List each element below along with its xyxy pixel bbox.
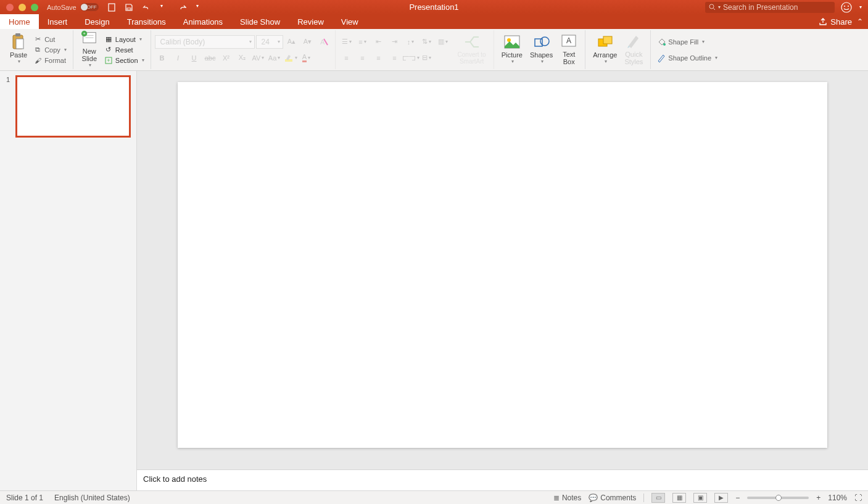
char-spacing-button[interactable]: AV▾ xyxy=(251,51,266,65)
quick-styles-button[interactable]: Quick Styles xyxy=(621,31,647,68)
zoom-out-button[interactable]: − xyxy=(735,494,740,502)
bullets-button[interactable]: ☰▾ xyxy=(339,35,354,49)
superscript-button[interactable]: X² xyxy=(219,51,234,65)
arrange-button[interactable]: Arrange▾ xyxy=(589,32,621,67)
increase-font-button[interactable]: A▴ xyxy=(284,35,299,49)
italic-button[interactable]: I xyxy=(171,51,186,65)
minimize-window-button[interactable] xyxy=(19,4,26,11)
tab-insert[interactable]: Insert xyxy=(39,14,76,29)
font-size-combo[interactable]: 24▾ xyxy=(256,35,283,49)
account-icon[interactable] xyxy=(841,2,852,13)
notes-icon: ≣ xyxy=(553,494,560,502)
align-text-button[interactable]: ⊟▾ xyxy=(420,51,434,65)
layout-button[interactable]: ▦Layout▾ xyxy=(102,35,147,44)
decrease-indent-button[interactable]: ⇤ xyxy=(371,35,386,49)
scissors-icon: ✂ xyxy=(33,35,42,44)
normal-view-button[interactable]: ▭ xyxy=(651,493,665,503)
toggle-switch[interactable]: OFF xyxy=(80,3,99,11)
decrease-font-button[interactable]: A▾ xyxy=(300,35,315,49)
align-left-button[interactable]: ≡ xyxy=(339,51,354,65)
group-clipboard: Paste ▾ ✂Cut ⧉Copy▾ 🖌Format xyxy=(2,30,73,69)
svg-point-5 xyxy=(844,6,845,7)
distribute-button[interactable]: ⫍⫎▾ xyxy=(403,51,418,65)
slides-thumbnail-pane[interactable]: 1 xyxy=(0,71,137,490)
close-window-button[interactable] xyxy=(6,4,14,11)
paste-button[interactable]: Paste ▾ xyxy=(6,32,31,67)
undo-dropdown[interactable]: ▾ xyxy=(160,3,169,12)
copy-button[interactable]: ⧉Copy▾ xyxy=(31,45,69,55)
notes-pane[interactable]: Click to add notes xyxy=(137,469,868,490)
zoom-slider[interactable] xyxy=(747,497,809,499)
clear-format-button[interactable]: A xyxy=(316,35,331,49)
language-indicator[interactable]: English (United States) xyxy=(54,494,130,502)
shape-fill-button[interactable]: Shape Fill▾ xyxy=(655,37,720,47)
tab-view[interactable]: View xyxy=(333,14,367,29)
tab-transitions[interactable]: Transitions xyxy=(118,14,175,29)
search-dropdown-caret[interactable]: ▾ xyxy=(718,4,721,10)
fullscreen-window-button[interactable] xyxy=(31,4,38,11)
thumbnail-item[interactable]: 1 xyxy=(6,76,130,137)
sorter-view-button[interactable]: ▦ xyxy=(672,493,686,503)
text-direction-button[interactable]: ⇅▾ xyxy=(420,35,434,49)
justify-button[interactable]: ≡ xyxy=(387,51,402,65)
align-right-button[interactable]: ≡ xyxy=(371,51,386,65)
tab-animations[interactable]: Animations xyxy=(175,14,231,29)
window-controls xyxy=(0,4,38,11)
change-case-button[interactable]: Aa▾ xyxy=(267,51,282,65)
tab-home[interactable]: Home xyxy=(0,14,39,29)
redo-icon[interactable] xyxy=(178,3,186,12)
slide-thumbnail[interactable] xyxy=(16,76,130,137)
align-center-button[interactable]: ≡ xyxy=(355,51,370,65)
notes-toggle[interactable]: ≣Notes xyxy=(553,494,581,502)
numbering-button[interactable]: ≡▾ xyxy=(355,35,370,49)
bold-button[interactable]: B xyxy=(155,51,170,65)
font-color-button[interactable]: A▾ xyxy=(299,51,314,65)
reset-button[interactable]: ↺Reset xyxy=(102,45,147,55)
columns-button[interactable]: ▥▾ xyxy=(436,35,450,49)
convert-smartart-button[interactable]: Convert to SmartArt xyxy=(454,32,490,67)
tab-slideshow[interactable]: Slide Show xyxy=(231,14,289,29)
zoom-level[interactable]: 110% xyxy=(828,494,847,502)
account-dropdown[interactable]: ▾ xyxy=(859,4,862,10)
font-name-combo[interactable]: Calibri (Body)▾ xyxy=(155,35,255,49)
group-paragraph: ☰▾ ≡▾ ⇤ ⇥ ↕▾ ⇅▾ ▥▾ ≡ ≡ ≡ ≡ ⫍⫎▾ ⊟▾ Conver… xyxy=(336,30,494,69)
zoom-slider-thumb[interactable] xyxy=(775,495,782,501)
search-input[interactable] xyxy=(723,3,831,12)
main-area: 1 Click to add notes xyxy=(0,71,868,490)
picture-button[interactable]: Picture▾ xyxy=(498,32,526,67)
tab-review[interactable]: Review xyxy=(289,14,333,29)
slide-canvas[interactable] xyxy=(178,82,827,448)
search-box[interactable]: ▾ xyxy=(705,2,835,13)
shape-outline-button[interactable]: Shape Outline▾ xyxy=(655,53,720,63)
reading-view-button[interactable]: ▣ xyxy=(693,493,707,503)
zoom-in-button[interactable]: + xyxy=(816,494,820,502)
shapes-button[interactable]: Shapes▾ xyxy=(526,32,556,67)
underline-button[interactable]: U xyxy=(187,51,202,65)
smartart-icon xyxy=(463,33,481,51)
textbox-button[interactable]: AText Box xyxy=(556,31,581,68)
cut-button[interactable]: ✂Cut xyxy=(31,35,69,44)
comments-toggle[interactable]: 💬Comments xyxy=(589,494,636,502)
subscript-button[interactable]: X₂ xyxy=(235,51,250,65)
share-button[interactable]: Share xyxy=(819,17,852,27)
share-icon xyxy=(819,17,827,26)
qat-customize-dropdown[interactable]: ▾ xyxy=(196,3,205,12)
autosave-toggle[interactable]: AutoSave OFF xyxy=(47,3,99,11)
format-painter-button[interactable]: 🖌Format xyxy=(31,56,69,65)
undo-icon[interactable] xyxy=(142,3,151,12)
collapse-ribbon-icon[interactable]: ⌃ xyxy=(857,17,863,26)
save-icon[interactable] xyxy=(125,3,133,12)
new-slide-button[interactable]: + New Slide ▾ xyxy=(77,28,102,71)
tab-design[interactable]: Design xyxy=(76,14,118,29)
section-button[interactable]: +Section▾ xyxy=(102,56,147,65)
strike-button[interactable]: abc xyxy=(203,51,218,65)
thumbnail-number: 1 xyxy=(6,76,12,137)
highlight-button[interactable]: ▾ xyxy=(283,51,298,65)
line-spacing-button[interactable]: ↕▾ xyxy=(403,35,418,49)
fit-to-window-button[interactable]: ⛶ xyxy=(854,494,862,502)
slide-counter[interactable]: Slide 1 of 1 xyxy=(6,494,43,502)
file-icon[interactable] xyxy=(107,3,116,12)
increase-indent-button[interactable]: ⇥ xyxy=(387,35,402,49)
canvas-scroll[interactable] xyxy=(137,71,868,469)
slideshow-view-button[interactable]: ▶ xyxy=(714,493,728,503)
